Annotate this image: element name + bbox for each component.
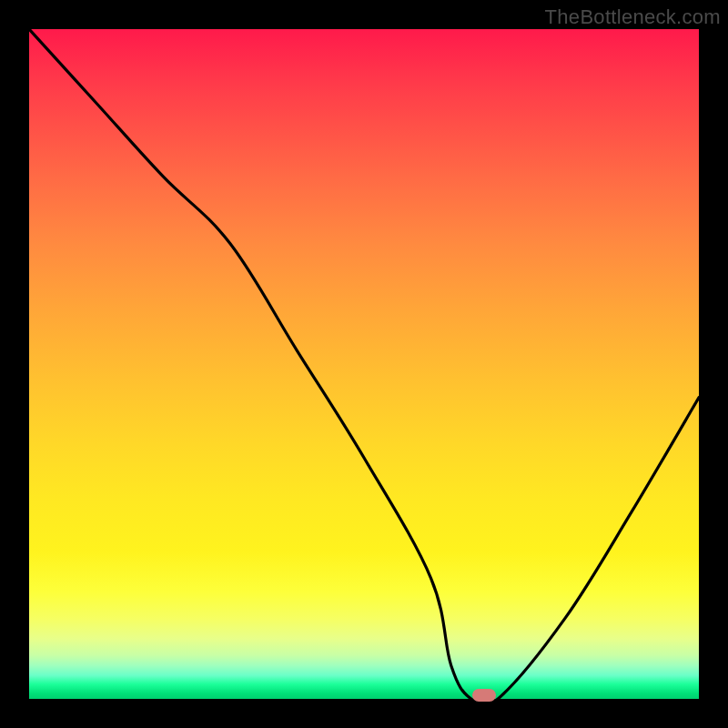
watermark-text: TheBottleneck.com: [545, 5, 721, 29]
minimum-marker: [472, 689, 496, 702]
chart-frame: TheBottleneck.com: [0, 0, 728, 728]
plot-area: [29, 29, 699, 699]
bottleneck-curve: [29, 29, 699, 699]
curve-path: [29, 29, 699, 699]
